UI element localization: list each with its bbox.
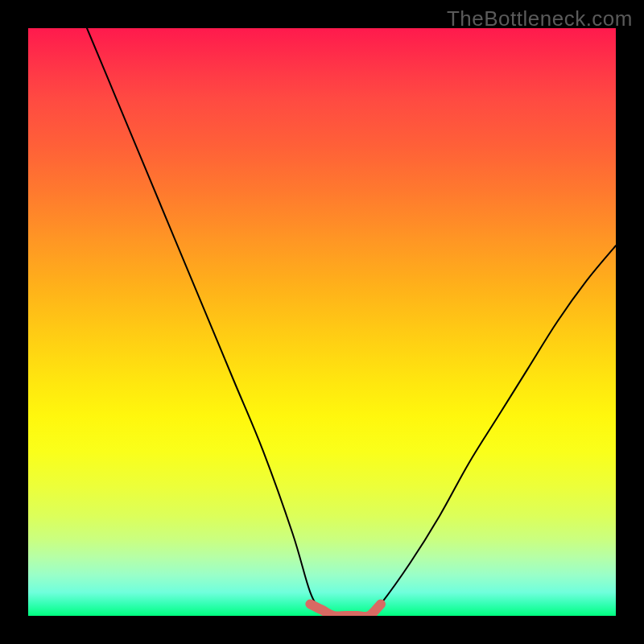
bottleneck-curve-path	[87, 28, 616, 616]
curve-layer	[28, 28, 616, 616]
min-band-highlight	[310, 604, 381, 616]
chart-stage: TheBottleneck.com	[0, 0, 644, 644]
watermark-text: TheBottleneck.com	[447, 6, 633, 31]
plot-area	[28, 28, 616, 616]
